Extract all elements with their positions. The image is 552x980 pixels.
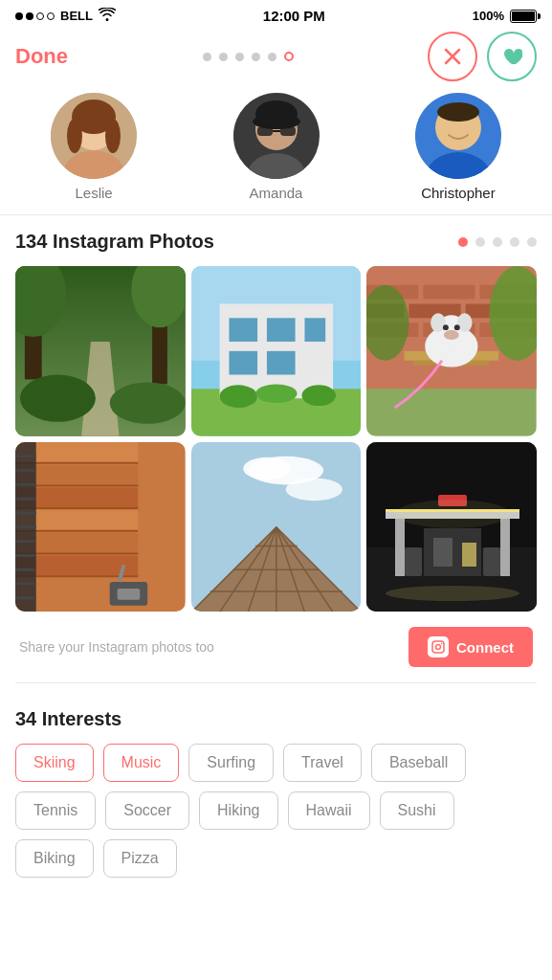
photo-1[interactable] — [15, 266, 186, 436]
svg-point-96 — [285, 478, 342, 501]
instagram-pagination — [458, 237, 537, 247]
photo-4[interactable] — [15, 442, 186, 612]
svg-rect-111 — [395, 519, 405, 576]
clock: 12:00 PM — [263, 8, 325, 24]
svg-point-124 — [436, 645, 441, 650]
svg-rect-123 — [432, 641, 444, 653]
nav-dot-4 — [252, 53, 260, 61]
action-buttons — [428, 32, 537, 81]
svg-rect-37 — [229, 351, 257, 375]
svg-point-20 — [437, 102, 479, 122]
connect-button-label: Connect — [456, 639, 514, 656]
photo-6[interactable] — [366, 442, 537, 612]
svg-point-29 — [110, 382, 186, 423]
svg-rect-34 — [229, 318, 257, 342]
svg-rect-117 — [405, 547, 422, 576]
nav-progress-dots — [203, 52, 294, 61]
svg-point-57 — [431, 313, 446, 332]
nav-dot-3 — [235, 53, 244, 61]
svg-point-40 — [255, 384, 297, 403]
dislike-button[interactable] — [428, 32, 477, 81]
done-button[interactable]: Done — [15, 44, 68, 69]
instagram-connect-button[interactable]: Connect — [408, 627, 533, 667]
svg-point-58 — [457, 313, 473, 332]
status-right: 100% — [473, 9, 537, 23]
svg-point-61 — [444, 330, 459, 340]
interest-tennis[interactable]: Tennis — [15, 791, 96, 830]
page-dot-1 — [458, 237, 468, 247]
avatar-christopher — [415, 93, 501, 179]
interest-hawaii[interactable]: Hawaii — [288, 791, 370, 830]
page-dot-5 — [527, 237, 537, 247]
status-left: BELL — [15, 8, 116, 24]
profile-leslie[interactable]: Leslie — [3, 93, 185, 201]
photo-grid — [15, 266, 537, 612]
photo-5[interactable] — [191, 442, 362, 612]
signal-dot-3 — [36, 12, 44, 20]
interests-section: 34 Interests Skiing Music Surfing Travel… — [0, 693, 552, 893]
svg-point-8 — [105, 119, 121, 153]
interest-hiking[interactable]: Hiking — [199, 791, 277, 830]
interest-soccer[interactable]: Soccer — [105, 791, 189, 830]
page-dot-2 — [475, 237, 485, 247]
carrier-label: BELL — [60, 9, 93, 23]
interests-title: 34 Interests — [15, 708, 537, 730]
nav-dot-5 — [268, 53, 276, 61]
interest-surfing[interactable]: Surfing — [188, 744, 274, 782]
svg-rect-15 — [280, 126, 296, 136]
interest-baseball[interactable]: Baseball — [371, 744, 466, 782]
svg-rect-36 — [304, 318, 325, 342]
page-dot-4 — [510, 237, 519, 247]
signal-dot-1 — [15, 12, 23, 20]
signal-dot-4 — [47, 12, 55, 20]
interest-travel[interactable]: Travel — [283, 744, 362, 782]
svg-point-7 — [67, 119, 82, 153]
like-button[interactable] — [487, 32, 537, 81]
wifi-icon — [99, 8, 116, 24]
svg-point-39 — [219, 385, 256, 408]
profile-amanda[interactable]: Amanda — [185, 93, 366, 201]
nav-dot-6 — [284, 52, 294, 61]
svg-point-41 — [301, 385, 336, 406]
battery-percent: 100% — [473, 9, 504, 23]
status-bar: BELL 12:00 PM 100% — [0, 0, 552, 28]
photo-3[interactable] — [366, 266, 537, 436]
top-nav: Done — [0, 28, 552, 89]
avatar-amanda — [233, 93, 320, 179]
svg-rect-112 — [500, 519, 510, 576]
svg-point-59 — [443, 324, 449, 330]
instagram-header: 134 Instagram Photos — [15, 231, 537, 253]
instagram-title: 134 Instagram Photos — [15, 231, 214, 253]
svg-rect-14 — [257, 126, 273, 136]
profile-name-leslie: Leslie — [75, 185, 112, 201]
profile-christopher[interactable]: Christopher — [367, 93, 549, 201]
svg-point-28 — [20, 375, 96, 422]
svg-point-95 — [243, 457, 290, 479]
interest-pizza[interactable]: Pizza — [103, 839, 177, 878]
interest-sushi[interactable]: Sushi — [380, 791, 454, 830]
svg-rect-91 — [118, 589, 141, 600]
photo-2[interactable] — [191, 266, 362, 436]
profile-name-christopher: Christopher — [421, 185, 496, 201]
instagram-icon — [428, 636, 449, 657]
interest-music[interactable]: Music — [103, 744, 180, 782]
svg-rect-38 — [267, 351, 296, 375]
profile-row: Leslie Amanda — [0, 89, 552, 215]
signal-dot-2 — [26, 12, 33, 20]
profile-name-amanda: Amanda — [250, 185, 303, 201]
page-dot-3 — [493, 237, 502, 247]
svg-rect-115 — [433, 538, 453, 567]
interest-skiing[interactable]: Skiing — [15, 744, 94, 782]
svg-point-122 — [395, 500, 510, 528]
svg-rect-116 — [462, 543, 476, 567]
interests-grid: Skiing Music Surfing Travel Baseball Ten… — [15, 744, 537, 878]
interest-biking[interactable]: Biking — [15, 839, 94, 878]
avatar-leslie — [51, 93, 137, 179]
connect-bar: Share your Instagram photos too Connect — [15, 627, 537, 683]
connect-text: Share your Instagram photos too — [19, 639, 214, 655]
battery-icon — [510, 10, 537, 23]
svg-rect-45 — [424, 285, 475, 300]
nav-dot-2 — [219, 53, 228, 61]
svg-point-125 — [441, 643, 443, 645]
instagram-section: 134 Instagram Photos — [0, 215, 552, 693]
